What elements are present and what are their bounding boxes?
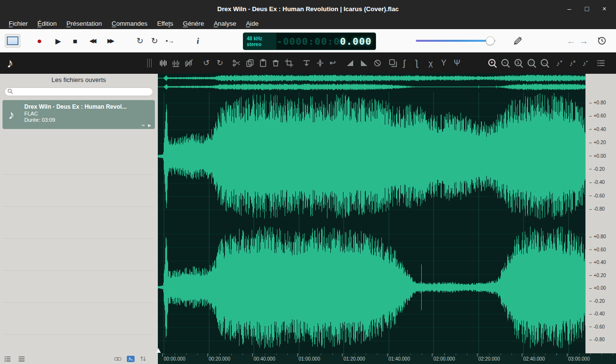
center-button[interactable] xyxy=(316,59,325,67)
selection-mode-button[interactable] xyxy=(5,34,20,48)
minimize-button[interactable]: – xyxy=(563,3,576,15)
ruler-tick-label: 00:00.000 xyxy=(164,356,186,362)
amplitude-scale: +0.80+0.60+0.40+0.20+0.00-0.20-0.40-0.60… xyxy=(585,74,616,353)
scale-label: -0.40 xyxy=(589,180,615,185)
history-button[interactable] xyxy=(597,36,607,46)
redo-button[interactable]: ↻ xyxy=(217,59,223,67)
link-view-button[interactable] xyxy=(114,356,121,362)
menu-item[interactable]: Édition xyxy=(33,20,62,27)
one-sign: 1 xyxy=(514,59,522,66)
crop-button[interactable] xyxy=(285,59,293,67)
play-from-cursor-button[interactable]: •→ xyxy=(166,38,174,44)
file-title: Drex Wiln - Deus Ex : Human Revol... xyxy=(24,103,151,110)
draw-mode-disabled-button[interactable] xyxy=(513,36,523,46)
dot-sign: • xyxy=(586,59,588,64)
compact-list-button[interactable] xyxy=(18,355,25,363)
time-ruler[interactable]: 00:00.00000:20.00000:40.00001:00.00001:2… xyxy=(158,353,616,364)
minus-sign: − xyxy=(501,59,509,66)
link-icon[interactable]: ∞ xyxy=(141,123,144,128)
image-view-button[interactable] xyxy=(127,356,135,362)
note-edit-button[interactable]: ♪• xyxy=(582,59,588,67)
list-view-button[interactable] xyxy=(597,59,605,67)
info-button[interactable]: i xyxy=(197,37,199,45)
loop-once-button[interactable]: ↻ xyxy=(151,37,158,45)
mute-region-button[interactable] xyxy=(373,59,382,67)
merge-tool[interactable]: Ψ xyxy=(454,59,460,67)
play-button[interactable]: ▶ xyxy=(55,37,61,45)
nav-back-button[interactable]: ← xyxy=(566,36,576,46)
menu-item[interactable]: Commandes xyxy=(107,20,153,27)
edit-toolbar: ♪ ↺ ↻ ↩ ʃ ʃ χ Y Ψ + − 1 □ ↔ ♪+ ♪× ♪• xyxy=(0,52,616,74)
ruler-tick-label: 02:20.000 xyxy=(479,356,500,362)
ruler-tick-label: 01:40.000 xyxy=(389,356,411,362)
file-duration: Durée: 03:09 xyxy=(24,117,151,123)
duplicate-button[interactable] xyxy=(389,59,397,67)
menu-item[interactable]: Analyse xyxy=(209,20,241,27)
wave-view-dots-button[interactable] xyxy=(172,59,181,67)
zoom-selection-button[interactable]: □ xyxy=(527,59,536,68)
menu-item[interactable]: Fichier xyxy=(4,20,33,27)
open-files-panel: Les fichiers ouverts ♪ Drex Wiln - Deus … xyxy=(0,74,158,353)
plus-sign: + xyxy=(560,59,563,64)
level-slider[interactable] xyxy=(416,36,496,45)
close-button[interactable]: × xyxy=(598,3,611,15)
scale-label: -0.60 xyxy=(589,324,615,330)
timecode-display: 48 kHz stereo -0000:00:0 0.000 xyxy=(243,33,376,50)
wave-view-slash-button[interactable] xyxy=(185,59,193,67)
search-input[interactable] xyxy=(4,87,153,96)
zoom-out-button[interactable]: − xyxy=(501,59,510,68)
sort-arrows-button[interactable] xyxy=(140,355,146,362)
curve-up-tool[interactable]: ʃ xyxy=(403,59,405,67)
ruler-tick-label: 01:20.000 xyxy=(343,356,365,362)
loop-button[interactable]: ↻ xyxy=(137,37,143,45)
zoom-all-button[interactable]: ↔ xyxy=(540,59,549,68)
file-list-empty-rows xyxy=(4,143,154,350)
fade-out-button[interactable] xyxy=(359,59,368,67)
scale-label: +0.60 xyxy=(589,113,615,119)
zoom-in-button[interactable]: + xyxy=(488,59,497,68)
toolbar-grip-handle[interactable] xyxy=(147,59,152,67)
undo-button[interactable]: ↺ xyxy=(203,59,209,67)
menu-item[interactable]: Effets xyxy=(152,20,178,27)
maximize-button[interactable]: □ xyxy=(580,3,594,15)
paste-button[interactable] xyxy=(258,59,267,67)
titlebar: Drex Wiln - Deus Ex : Human Revolution |… xyxy=(0,0,616,17)
menubar: FichierÉditionPrésentationCommandesEffet… xyxy=(0,17,616,29)
timecode-dim-digits: -0000:00:0 xyxy=(276,35,340,47)
wave-view-bars-button[interactable] xyxy=(159,59,168,67)
window-title: Drex Wiln - Deus Ex : Human Revolution |… xyxy=(217,5,398,13)
record-button[interactable]: ● xyxy=(37,37,42,45)
scale-channel-right: +0.80+0.60+0.40+0.20+0.00-0.20-0.40-0.60… xyxy=(589,234,615,343)
detail-list-button[interactable] xyxy=(4,355,11,363)
revert-button[interactable]: ↩ xyxy=(329,59,336,67)
scale-label: -0.40 xyxy=(589,311,615,317)
waveform-canvas[interactable] xyxy=(158,74,585,353)
window-controls: – □ × xyxy=(563,0,611,17)
scale-label: +0.40 xyxy=(589,127,615,132)
slider-fill xyxy=(416,40,490,42)
item-play-icon[interactable]: ▶ xyxy=(148,123,151,128)
crossfade-tool[interactable]: χ xyxy=(428,59,433,67)
fade-in-button[interactable] xyxy=(346,59,355,67)
rewind-button[interactable]: ◀◀ xyxy=(89,38,96,44)
zoom-original-button[interactable]: 1 xyxy=(514,59,523,68)
rect-sign: □ xyxy=(528,59,535,66)
file-format: FLAC xyxy=(24,111,151,116)
waveform-area[interactable] xyxy=(158,74,585,353)
stop-button[interactable]: ■ xyxy=(73,37,77,45)
curve-down-tool[interactable]: ʃ xyxy=(416,59,418,67)
note-add-button[interactable]: ♪+ xyxy=(556,59,563,67)
normalize-button[interactable] xyxy=(302,59,311,67)
cut-button[interactable] xyxy=(232,59,241,67)
nav-forward-button[interactable]: → xyxy=(579,36,588,46)
split-tool[interactable]: Y xyxy=(441,59,446,67)
open-file-item[interactable]: ♪ Drex Wiln - Deus Ex : Human Revol... F… xyxy=(2,100,155,129)
menu-item[interactable]: Aide xyxy=(241,20,263,27)
delete-button[interactable] xyxy=(271,59,280,67)
copy-button[interactable] xyxy=(246,59,255,67)
menu-item[interactable]: Génére xyxy=(178,20,209,27)
menu-item[interactable]: Présentation xyxy=(62,20,107,27)
note-remove-button[interactable]: ♪× xyxy=(569,59,576,67)
fast-forward-button[interactable]: ▶▶ xyxy=(107,38,114,44)
slider-handle[interactable] xyxy=(486,36,495,45)
